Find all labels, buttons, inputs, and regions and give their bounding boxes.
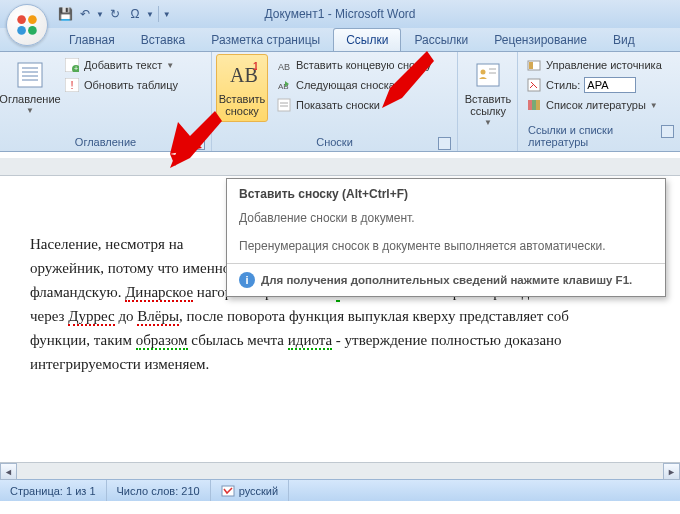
language-icon (221, 484, 235, 498)
style-selector[interactable]: Стиль: (522, 76, 666, 94)
style-icon (526, 77, 542, 93)
svg-rect-4 (18, 63, 42, 87)
svg-text:1: 1 (253, 61, 257, 72)
update-icon: ! (64, 77, 80, 93)
quick-access-toolbar: 💾 ↶▼ ↻ Ω▼ ▼ (56, 0, 171, 28)
window-title: Документ1 - Microsoft Word (264, 7, 415, 21)
manage-sources-icon (526, 57, 542, 73)
style-input[interactable] (584, 77, 636, 93)
omega-icon[interactable]: Ω (126, 5, 144, 23)
ruler[interactable] (0, 158, 680, 176)
svg-text:!: ! (70, 79, 73, 91)
svg-rect-28 (528, 100, 532, 110)
svg-rect-21 (477, 64, 499, 86)
status-bar: Страница: 1 из 1 Число слов: 210 русский (0, 479, 680, 501)
endnote-icon: AB (276, 57, 292, 73)
group-footnotes-label: Сноски (216, 135, 453, 149)
svg-point-2 (17, 26, 26, 35)
toc-dropdown-icon: ▼ (26, 107, 34, 116)
add-text-icon: + (64, 57, 80, 73)
tooltip: Вставить сноску (Alt+Ctrl+F) Добавление … (226, 178, 666, 297)
group-citations: Вставить ссылку ▼ (458, 52, 518, 151)
tooltip-footer: i Для получения дополнительных сведений … (227, 263, 665, 296)
svg-rect-30 (536, 100, 540, 110)
svg-rect-18 (278, 99, 290, 111)
svg-text:AB: AB (278, 62, 290, 72)
status-word-count[interactable]: Число слов: 210 (107, 480, 211, 501)
show-notes-icon (276, 97, 292, 113)
svg-point-1 (28, 15, 37, 24)
citation-dropdown-icon: ▼ (484, 119, 492, 128)
office-logo-icon (14, 12, 40, 38)
group-toc-label: Оглавление (4, 135, 207, 149)
tab-layout[interactable]: Разметка страницы (198, 28, 333, 51)
svg-point-3 (28, 26, 37, 35)
scroll-left-button[interactable]: ◄ (0, 463, 17, 480)
tooltip-body: Добавление сноски в документ. Перенумера… (227, 205, 665, 263)
group-bibliography: Управление источника Стиль: Список литер… (518, 52, 680, 151)
svg-point-0 (17, 15, 26, 24)
status-language[interactable]: русский (211, 480, 289, 501)
tooltip-title: Вставить сноску (Alt+Ctrl+F) (227, 179, 665, 205)
insert-citation-label: Вставить ссылку (465, 93, 512, 117)
qat-separator (158, 6, 159, 22)
svg-rect-26 (529, 62, 533, 69)
insert-footnote-icon: AB1 (226, 59, 258, 91)
svg-point-22 (481, 70, 486, 75)
undo-dropdown-icon[interactable]: ▼ (96, 10, 104, 19)
insert-citation-button[interactable]: Вставить ссылку ▼ (462, 54, 514, 133)
ribbon-tabs: Главная Вставка Разметка страницы Ссылки… (0, 28, 680, 52)
undo-icon[interactable]: ↶ (76, 5, 94, 23)
group-biblio-label: Ссылки и списки литературы (522, 123, 676, 149)
tab-mailings[interactable]: Рассылки (401, 28, 481, 51)
svg-text:+: + (74, 65, 78, 72)
tab-review[interactable]: Рецензирование (481, 28, 600, 51)
bibliography-button[interactable]: Список литературы ▼ (522, 96, 666, 114)
tab-home[interactable]: Главная (56, 28, 128, 51)
omega-dropdown-icon[interactable]: ▼ (146, 10, 154, 19)
save-icon[interactable]: 💾 (56, 5, 74, 23)
ribbon: Оглавление ▼ + Добавить текст ▼ ! Обнови… (0, 52, 680, 152)
insert-endnote-button[interactable]: AB Вставить концевую сноску (272, 56, 435, 74)
horizontal-scrollbar[interactable]: ◄ ► (0, 462, 680, 479)
next-footnote-button[interactable]: AB Следующая сноска ▼ (272, 76, 435, 94)
next-footnote-icon: AB (276, 77, 292, 93)
tab-references[interactable]: Ссылки (333, 28, 401, 51)
info-icon: i (239, 272, 255, 288)
status-page[interactable]: Страница: 1 из 1 (0, 480, 107, 501)
show-footnotes-button[interactable]: Показать сноски (272, 96, 435, 114)
scroll-right-button[interactable]: ► (663, 463, 680, 480)
bibliography-icon (526, 97, 542, 113)
title-bar: 💾 ↶▼ ↻ Ω▼ ▼ Документ1 - Microsoft Word (0, 0, 680, 28)
svg-rect-29 (532, 100, 536, 110)
update-table-button[interactable]: ! Обновить таблицу (60, 76, 182, 94)
toc-button[interactable]: Оглавление ▼ (4, 54, 56, 121)
toc-label: Оглавление (0, 93, 61, 105)
manage-sources-button[interactable]: Управление источника (522, 56, 666, 74)
redo-icon[interactable]: ↻ (106, 5, 124, 23)
tab-view[interactable]: Вид (600, 28, 648, 51)
add-text-button[interactable]: + Добавить текст ▼ (60, 56, 182, 74)
insert-footnote-label: Вставить сноску (219, 93, 266, 117)
group-toc: Оглавление ▼ + Добавить текст ▼ ! Обнови… (0, 52, 212, 151)
insert-footnote-button[interactable]: AB1 Вставить сноску (216, 54, 268, 122)
qat-customize-icon[interactable]: ▼ (163, 10, 171, 19)
toc-icon (14, 59, 46, 91)
tab-insert[interactable]: Вставка (128, 28, 199, 51)
office-button[interactable] (6, 4, 48, 46)
citation-icon (472, 59, 504, 91)
group-footnotes: AB1 Вставить сноску AB Вставить концевую… (212, 52, 458, 151)
